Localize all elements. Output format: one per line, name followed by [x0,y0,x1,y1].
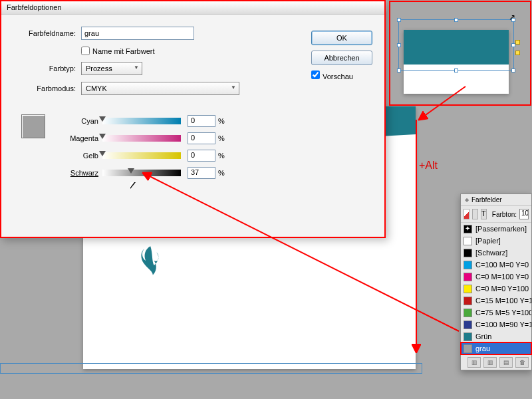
swatch-label: C=0 M=0 Y=100 K=0 [475,285,531,293]
swatch-row[interactable]: [Passermarken] [461,223,531,235]
svg-line-0 [419,86,466,120]
swatch-label: C=75 M=5 Y=100 K=0 [475,309,531,317]
swatch-chip [464,249,472,257]
swatch-label: Grün [475,332,491,340]
swatch-row[interactable]: C=15 M=100 Y=100 K=0 [461,295,531,307]
swatch-chip [464,309,472,317]
swatch-row[interactable]: C=0 M=0 Y=100 K=0 [461,283,531,295]
swatch-chip [464,297,472,305]
svg-line-2 [143,173,459,331]
swatch-label: [Passermarken] [475,225,527,233]
swatch-label: C=0 M=100 Y=0 K=0 [475,273,531,281]
swatch-row[interactable]: C=100 M=90 Y=10 K=0 [461,319,531,331]
swatch-label: C=100 M=0 Y=0 K=0 [475,261,531,269]
swatch-row[interactable]: [Schwarz] [461,247,531,259]
tint-value[interactable]: 100 [519,209,529,219]
text-swatch-icon[interactable]: T [481,209,487,219]
swatch-row[interactable]: [Papier] [461,235,531,247]
tint-label: Farbton: [492,211,517,218]
swatch-label: grau [475,344,490,352]
annotation-arrows [0,0,532,399]
fill-icon[interactable] [464,209,469,219]
swatch-row[interactable]: C=100 M=0 Y=0 K=0 [461,259,531,271]
new-page-icon[interactable]: ▤ [499,357,513,368]
swatch-chip [464,344,472,353]
trash-icon[interactable]: 🗑 [515,357,529,368]
swatch-row[interactable]: grau [461,342,531,354]
swatch-label: C=100 M=90 Y=10 K=0 [475,321,531,329]
swatch-chip [464,285,472,293]
swatch-chip [464,321,472,329]
swatch-chip [464,237,472,245]
new-swatch-icon[interactable]: ▥ [467,357,481,368]
swatch-row[interactable]: Grün [461,331,531,342]
swatch-label: C=15 M=100 Y=100 K=0 [475,297,531,305]
new-swatch2-icon[interactable]: ▥ [483,357,497,368]
swatches-panel: Farbfelder T Farbton: 100 [Passermarken]… [460,194,532,370]
swatches-panel-tab[interactable]: Farbfelder [461,194,531,206]
swatch-label: [Papier] [475,237,501,245]
swatch-row[interactable]: C=75 M=5 Y=100 K=0 [461,307,531,319]
swatch-chip [464,273,472,281]
swatch-list: [Passermarken][Papier][Schwarz]C=100 M=0… [461,223,531,354]
swatch-row[interactable]: C=0 M=100 Y=0 K=0 [461,271,531,283]
stroke-icon[interactable] [472,209,478,219]
swatch-label: [Schwarz] [475,249,507,257]
swatch-chip [464,261,472,269]
swatch-chip [464,332,472,341]
swatch-chip [464,225,472,233]
